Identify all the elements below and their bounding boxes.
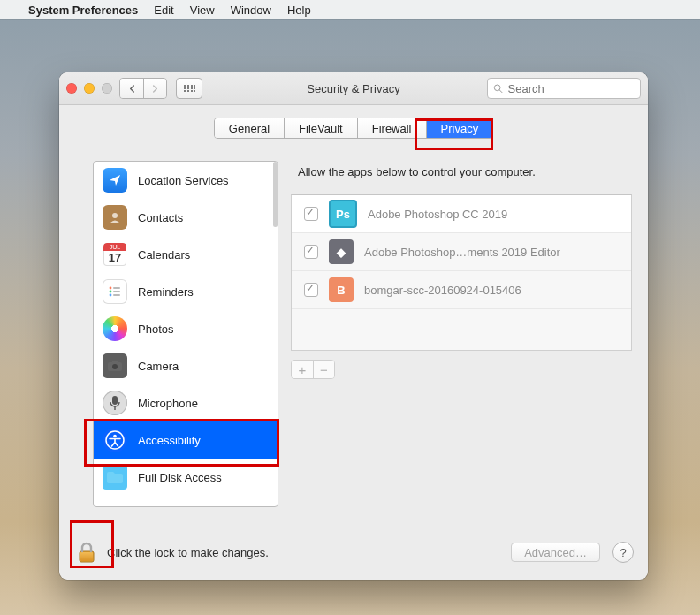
tab-privacy[interactable]: Privacy [427,118,493,138]
sidebar-item-accessibility[interactable]: Accessibility [94,421,278,459]
window-traffic-lights [66,83,112,94]
add-app-button[interactable]: + [292,361,313,378]
window-close-button[interactable] [66,83,77,94]
sidebar-item-label: Accessibility [138,434,201,447]
svg-point-2 [191,85,193,87]
sidebar-item-full-disk-access[interactable]: Full Disk Access [94,459,278,496]
tab-general[interactable]: General [215,118,285,138]
sidebar-item-photos[interactable]: Photos [94,310,278,347]
tabs-row: General FileVault Firewall Privacy [59,118,648,139]
camera-icon [103,353,127,378]
tab-firewall[interactable]: Firewall [358,118,427,138]
app-name-label: Adobe Photoshop…ments 2019 Editor [364,246,560,259]
photos-icon [103,316,127,341]
svg-point-10 [194,85,195,87]
app-row[interactable]: Ps Adobe Photoshop CC 2019 [292,195,631,233]
app-row[interactable]: B bomgar-scc-20160924-015406 [292,271,631,309]
svg-point-6 [191,87,193,89]
lock-text: Click the lock to make changes. [107,546,269,559]
menubar-item-edit[interactable]: Edit [154,4,173,17]
svg-point-23 [112,364,118,369]
menubar-app-name[interactable]: System Preferences [28,4,138,17]
right-pane: Allow the apps below to control your com… [291,161,632,505]
privacy-sidebar: Location Services Contacts JUL 17 Calend… [93,161,278,507]
bottom-bar: Click the lock to make changes. Advanced… [73,539,634,566]
menubar-item-window[interactable]: Window [231,4,271,17]
svg-point-8 [187,90,189,92]
lock-icon[interactable] [73,539,100,566]
help-button[interactable]: ? [612,542,634,563]
svg-point-20 [110,294,112,297]
sidebar-item-reminders[interactable]: Reminders [94,273,278,310]
svg-point-5 [187,87,189,89]
location-arrow-icon [103,168,127,193]
window-zoom-button[interactable] [102,83,112,94]
svg-point-28 [113,435,117,438]
menubar-item-view[interactable]: View [190,4,215,17]
app-checkbox[interactable] [304,207,318,221]
sidebar-item-label: Contacts [138,211,183,224]
app-name-label: bomgar-scc-20160924-015406 [364,284,521,297]
folder-icon [103,465,127,490]
app-icon: Ps [329,200,357,228]
menubar-item-help[interactable]: Help [287,4,311,17]
svg-rect-19 [113,291,120,292]
sidebar-item-label: Camera [138,360,179,373]
contacts-icon [103,205,127,230]
calendar-icon: JUL 17 [103,242,127,267]
sidebar-item-microphone[interactable]: Microphone [94,384,278,421]
macos-menubar: System Preferences Edit View Window Help [0,0,700,19]
add-remove-segment: + − [291,360,335,379]
preferences-window: Security & Privacy General FileVault Fir… [59,72,648,580]
sidebar-item-label: Full Disk Access [138,471,222,484]
show-all-button[interactable] [176,78,202,99]
svg-point-1 [187,85,189,87]
sidebar-item-label: Reminders [138,285,194,299]
app-row[interactable]: ◆ Adobe Photoshop…ments 2019 Editor [292,233,631,271]
window-minimize-button[interactable] [84,83,95,94]
app-checkbox[interactable] [304,245,318,259]
sidebar-item-label: Calendars [138,248,190,262]
svg-point-9 [191,90,193,92]
svg-rect-25 [112,396,118,405]
accessibility-icon [103,428,127,452]
microphone-icon [103,391,127,415]
advanced-button[interactable]: Advanced… [511,543,600,562]
svg-point-15 [112,213,118,218]
forward-button[interactable] [143,79,166,98]
app-list: Ps Adobe Photoshop CC 2019 ◆ Adobe Photo… [291,194,632,351]
instruction-text: Allow the apps below to control your com… [298,165,632,178]
search-icon [493,83,503,94]
svg-rect-30 [80,552,93,561]
svg-point-0 [184,85,186,87]
tab-filevault[interactable]: FileVault [285,118,358,138]
svg-point-18 [110,291,112,293]
back-button[interactable] [120,79,143,98]
body-area: Location Services Contacts JUL 17 Calend… [93,161,632,505]
svg-point-11 [194,87,195,89]
sidebar-item-label: Photos [138,323,173,336]
search-input[interactable] [506,81,635,96]
svg-point-12 [194,90,195,92]
nav-segment [119,78,167,99]
svg-line-14 [499,90,502,93]
reminders-icon [103,279,127,304]
sidebar-item-label: Location Services [138,174,229,187]
svg-rect-21 [113,294,120,296]
window-titlebar: Security & Privacy [59,72,648,105]
sidebar-item-calendars[interactable]: JUL 17 Calendars [94,236,278,273]
sidebar-item-camera[interactable]: Camera [94,347,278,384]
svg-point-7 [184,90,186,92]
sidebar-item-label: Microphone [138,397,198,410]
sidebar-scroll-indicator[interactable] [273,162,278,227]
svg-point-4 [184,87,186,89]
svg-rect-24 [112,361,118,363]
app-name-label: Adobe Photoshop CC 2019 [368,208,507,221]
sidebar-item-contacts[interactable]: Contacts [94,199,278,236]
search-field[interactable] [487,78,641,99]
app-checkbox[interactable] [304,283,318,297]
svg-rect-17 [113,287,120,289]
sidebar-item-location-services[interactable]: Location Services [94,162,278,199]
remove-app-button[interactable]: − [313,361,334,378]
segment-tabs: General FileVault Firewall Privacy [214,118,493,139]
